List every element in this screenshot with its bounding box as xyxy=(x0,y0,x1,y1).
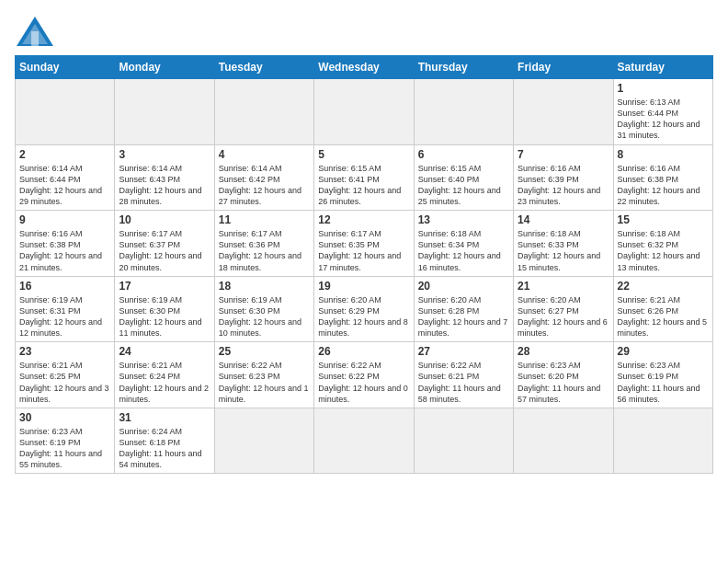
cell-2-1: 10Sunrise: 6:17 AM Sunset: 6:37 PM Dayli… xyxy=(115,211,214,277)
day-number: 1 xyxy=(618,82,709,95)
day-number: 30 xyxy=(19,411,110,424)
day-number: 18 xyxy=(219,280,310,293)
day-info: Sunrise: 6:18 AM Sunset: 6:34 PM Dayligh… xyxy=(418,228,509,273)
day-info: Sunrise: 6:16 AM Sunset: 6:39 PM Dayligh… xyxy=(518,163,609,208)
cell-1-3: 5Sunrise: 6:15 AM Sunset: 6:41 PM Daylig… xyxy=(314,144,414,211)
day-info: Sunrise: 6:22 AM Sunset: 6:22 PM Dayligh… xyxy=(318,360,409,405)
week-row-1: 1Sunrise: 6:13 AM Sunset: 6:44 PM Daylig… xyxy=(16,79,713,145)
svg-rect-2 xyxy=(31,31,39,46)
day-info: Sunrise: 6:17 AM Sunset: 6:35 PM Dayligh… xyxy=(318,228,409,273)
cell-2-4: 13Sunrise: 6:18 AM Sunset: 6:34 PM Dayli… xyxy=(414,211,513,277)
day-number: 10 xyxy=(119,213,210,226)
day-info: Sunrise: 6:23 AM Sunset: 6:20 PM Dayligh… xyxy=(518,360,609,405)
cell-0-6: 1Sunrise: 6:13 AM Sunset: 6:44 PM Daylig… xyxy=(613,79,712,145)
day-info: Sunrise: 6:21 AM Sunset: 6:25 PM Dayligh… xyxy=(19,360,110,405)
day-info: Sunrise: 6:21 AM Sunset: 6:24 PM Dayligh… xyxy=(119,360,210,405)
cell-2-3: 12Sunrise: 6:17 AM Sunset: 6:35 PM Dayli… xyxy=(314,211,414,277)
calendar-header: Sunday Monday Tuesday Wednesday Thursday… xyxy=(16,56,713,79)
day-number: 27 xyxy=(418,345,509,358)
day-number: 13 xyxy=(418,213,509,226)
cell-4-2: 25Sunrise: 6:22 AM Sunset: 6:23 PM Dayli… xyxy=(214,342,313,408)
week-row-4: 16Sunrise: 6:19 AM Sunset: 6:31 PM Dayli… xyxy=(16,276,713,342)
week-row-6: 30Sunrise: 6:23 AM Sunset: 6:19 PM Dayli… xyxy=(16,408,713,474)
cell-4-0: 23Sunrise: 6:21 AM Sunset: 6:25 PM Dayli… xyxy=(16,342,115,408)
cell-5-2 xyxy=(214,408,313,474)
cell-3-0: 16Sunrise: 6:19 AM Sunset: 6:31 PM Dayli… xyxy=(16,276,115,342)
day-number: 24 xyxy=(119,345,210,358)
cell-2-2: 11Sunrise: 6:17 AM Sunset: 6:36 PM Dayli… xyxy=(214,211,313,277)
cell-1-5: 7Sunrise: 6:16 AM Sunset: 6:39 PM Daylig… xyxy=(514,144,613,211)
cell-5-3 xyxy=(314,408,414,474)
calendar-table: Sunday Monday Tuesday Wednesday Thursday… xyxy=(15,55,713,474)
header-sunday: Sunday xyxy=(16,56,115,79)
cell-1-6: 8Sunrise: 6:16 AM Sunset: 6:38 PM Daylig… xyxy=(613,144,712,211)
week-row-2: 2Sunrise: 6:14 AM Sunset: 6:44 PM Daylig… xyxy=(16,144,713,211)
cell-0-5 xyxy=(514,79,613,145)
cell-4-6: 29Sunrise: 6:23 AM Sunset: 6:19 PM Dayli… xyxy=(613,342,712,408)
day-number: 19 xyxy=(318,280,409,293)
day-info: Sunrise: 6:24 AM Sunset: 6:18 PM Dayligh… xyxy=(119,426,210,471)
day-info: Sunrise: 6:15 AM Sunset: 6:41 PM Dayligh… xyxy=(318,163,409,208)
header-friday: Friday xyxy=(514,56,613,79)
day-info: Sunrise: 6:14 AM Sunset: 6:44 PM Dayligh… xyxy=(19,163,110,208)
day-number: 20 xyxy=(418,280,509,293)
day-info: Sunrise: 6:22 AM Sunset: 6:23 PM Dayligh… xyxy=(219,360,310,405)
logo-icon xyxy=(15,15,55,48)
day-number: 31 xyxy=(119,411,210,424)
cell-4-1: 24Sunrise: 6:21 AM Sunset: 6:24 PM Dayli… xyxy=(115,342,214,408)
day-info: Sunrise: 6:16 AM Sunset: 6:38 PM Dayligh… xyxy=(19,228,110,273)
cell-1-0: 2Sunrise: 6:14 AM Sunset: 6:44 PM Daylig… xyxy=(16,144,115,211)
day-number: 14 xyxy=(518,213,609,226)
day-number: 25 xyxy=(219,345,310,358)
header-saturday: Saturday xyxy=(613,56,712,79)
day-number: 2 xyxy=(19,148,110,161)
cell-5-4 xyxy=(414,408,513,474)
day-number: 22 xyxy=(618,280,709,293)
cell-1-4: 6Sunrise: 6:15 AM Sunset: 6:40 PM Daylig… xyxy=(414,144,513,211)
day-info: Sunrise: 6:22 AM Sunset: 6:21 PM Dayligh… xyxy=(418,360,509,405)
day-info: Sunrise: 6:19 AM Sunset: 6:30 PM Dayligh… xyxy=(119,294,210,339)
day-info: Sunrise: 6:23 AM Sunset: 6:19 PM Dayligh… xyxy=(19,426,110,471)
cell-4-5: 28Sunrise: 6:23 AM Sunset: 6:20 PM Dayli… xyxy=(514,342,613,408)
day-info: Sunrise: 6:13 AM Sunset: 6:44 PM Dayligh… xyxy=(618,97,709,142)
day-number: 3 xyxy=(119,148,210,161)
cell-3-4: 20Sunrise: 6:20 AM Sunset: 6:28 PM Dayli… xyxy=(414,276,513,342)
cell-0-1 xyxy=(115,79,214,145)
cell-1-1: 3Sunrise: 6:14 AM Sunset: 6:43 PM Daylig… xyxy=(115,144,214,211)
cell-3-6: 22Sunrise: 6:21 AM Sunset: 6:26 PM Dayli… xyxy=(613,276,712,342)
logo-svg xyxy=(15,15,55,48)
day-info: Sunrise: 6:20 AM Sunset: 6:29 PM Dayligh… xyxy=(318,294,409,339)
week-row-5: 23Sunrise: 6:21 AM Sunset: 6:25 PM Dayli… xyxy=(16,342,713,408)
day-number: 23 xyxy=(19,345,110,358)
cell-3-5: 21Sunrise: 6:20 AM Sunset: 6:27 PM Dayli… xyxy=(514,276,613,342)
cell-5-1: 31Sunrise: 6:24 AM Sunset: 6:18 PM Dayli… xyxy=(115,408,214,474)
header-monday: Monday xyxy=(115,56,214,79)
day-number: 12 xyxy=(318,213,409,226)
day-info: Sunrise: 6:19 AM Sunset: 6:31 PM Dayligh… xyxy=(19,294,110,339)
day-info: Sunrise: 6:18 AM Sunset: 6:32 PM Dayligh… xyxy=(618,228,709,273)
cell-5-5 xyxy=(514,408,613,474)
day-info: Sunrise: 6:20 AM Sunset: 6:28 PM Dayligh… xyxy=(418,294,509,339)
cell-0-0 xyxy=(16,79,115,145)
cell-4-3: 26Sunrise: 6:22 AM Sunset: 6:22 PM Dayli… xyxy=(314,342,414,408)
day-number: 4 xyxy=(219,148,310,161)
week-row-3: 9Sunrise: 6:16 AM Sunset: 6:38 PM Daylig… xyxy=(16,211,713,277)
header-wednesday: Wednesday xyxy=(314,56,414,79)
day-info: Sunrise: 6:20 AM Sunset: 6:27 PM Dayligh… xyxy=(518,294,609,339)
day-info: Sunrise: 6:17 AM Sunset: 6:37 PM Dayligh… xyxy=(119,228,210,273)
day-info: Sunrise: 6:21 AM Sunset: 6:26 PM Dayligh… xyxy=(618,294,709,339)
day-number: 7 xyxy=(518,148,609,161)
day-number: 17 xyxy=(119,280,210,293)
day-number: 8 xyxy=(618,148,709,161)
day-number: 29 xyxy=(618,345,709,358)
day-info: Sunrise: 6:18 AM Sunset: 6:33 PM Dayligh… xyxy=(518,228,609,273)
day-info: Sunrise: 6:19 AM Sunset: 6:30 PM Dayligh… xyxy=(219,294,310,339)
day-number: 15 xyxy=(618,213,709,226)
day-info: Sunrise: 6:23 AM Sunset: 6:19 PM Dayligh… xyxy=(618,360,709,405)
day-number: 5 xyxy=(318,148,409,161)
day-number: 28 xyxy=(518,345,609,358)
cell-2-0: 9Sunrise: 6:16 AM Sunset: 6:38 PM Daylig… xyxy=(16,211,115,277)
day-number: 11 xyxy=(219,213,310,226)
cell-1-2: 4Sunrise: 6:14 AM Sunset: 6:42 PM Daylig… xyxy=(214,144,313,211)
day-info: Sunrise: 6:15 AM Sunset: 6:40 PM Dayligh… xyxy=(418,163,509,208)
